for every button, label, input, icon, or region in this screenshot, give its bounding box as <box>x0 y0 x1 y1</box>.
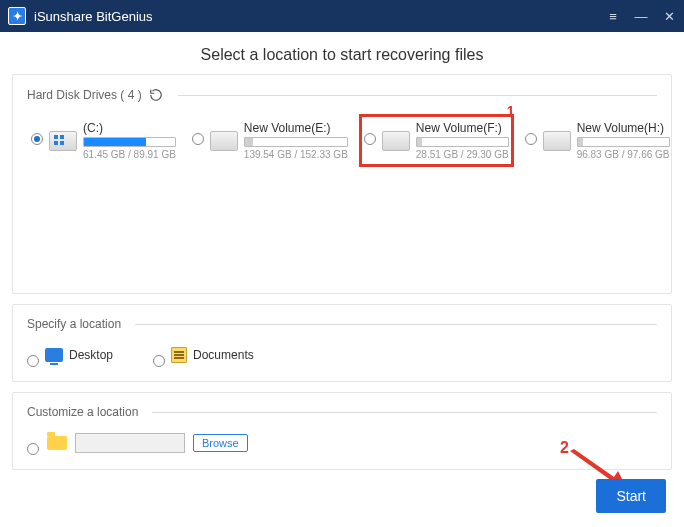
usage-bar <box>416 137 509 147</box>
drive-e[interactable]: New Volume(E:) 139.54 GB / 152.33 GB <box>188 115 352 166</box>
minimize-icon[interactable]: ― <box>634 9 648 23</box>
drives-section-head: Hard Disk Drives ( 4 ) <box>27 87 657 103</box>
specify-panel: Specify a location Desktop Documents <box>12 304 672 382</box>
app-logo-icon: ✦ <box>8 7 26 25</box>
drive-f-radio[interactable] <box>364 133 376 145</box>
specify-section-head: Specify a location <box>27 317 657 331</box>
usage-bar <box>83 137 176 147</box>
drive-size: 139.54 GB / 152.33 GB <box>244 149 348 160</box>
divider <box>178 95 657 96</box>
location-row: Desktop Documents <box>27 343 657 367</box>
location-desktop[interactable]: Desktop <box>27 343 113 367</box>
drive-icon <box>382 131 410 151</box>
drives-section-label: Hard Disk Drives ( 4 ) <box>27 88 142 102</box>
drive-size: 28.51 GB / 29.30 GB <box>416 149 509 160</box>
drive-h-radio[interactable] <box>525 133 537 145</box>
drive-f[interactable]: 1 New Volume(F:) 28.51 GB / 29.30 GB <box>360 115 513 166</box>
window-controls: ≡ ― ✕ <box>606 9 676 23</box>
location-documents[interactable]: Documents <box>153 343 254 367</box>
drives-panel: Hard Disk Drives ( 4 ) (C:) 61.45 GB / 8… <box>12 74 672 294</box>
drive-icon <box>49 131 77 151</box>
documents-radio[interactable] <box>153 355 165 367</box>
usage-bar <box>577 137 670 147</box>
desktop-icon <box>45 348 63 362</box>
customize-panel: Customize a location Browse <box>12 392 672 470</box>
drive-e-radio[interactable] <box>192 133 204 145</box>
drive-c[interactable]: (C:) 61.45 GB / 89.91 GB <box>27 115 180 166</box>
drive-size: 61.45 GB / 89.91 GB <box>83 149 176 160</box>
customize-section-label: Customize a location <box>27 405 138 419</box>
close-icon[interactable]: ✕ <box>662 9 676 23</box>
drive-label: New Volume(F:) <box>416 121 509 135</box>
drive-c-radio[interactable] <box>31 133 43 145</box>
custom-path-radio[interactable] <box>27 443 39 455</box>
drive-info: (C:) 61.45 GB / 89.91 GB <box>83 121 176 160</box>
drive-size: 96.83 GB / 97.66 GB <box>577 149 670 160</box>
browse-button[interactable]: Browse <box>193 434 248 452</box>
drive-label: (C:) <box>83 121 176 135</box>
menu-icon[interactable]: ≡ <box>606 9 620 23</box>
divider <box>135 324 657 325</box>
usage-bar <box>244 137 348 147</box>
desktop-radio[interactable] <box>27 355 39 367</box>
refresh-icon[interactable] <box>148 87 164 103</box>
documents-icon <box>171 347 187 363</box>
drive-icon <box>210 131 238 151</box>
path-input[interactable] <box>75 433 185 453</box>
drive-h[interactable]: New Volume(H:) 96.83 GB / 97.66 GB <box>521 115 674 166</box>
specify-section-label: Specify a location <box>27 317 121 331</box>
drive-info: New Volume(H:) 96.83 GB / 97.66 GB <box>577 121 670 160</box>
drive-label: New Volume(H:) <box>577 121 670 135</box>
desktop-label: Desktop <box>69 348 113 362</box>
drive-label: New Volume(E:) <box>244 121 348 135</box>
documents-label: Documents <box>193 348 254 362</box>
divider <box>152 412 657 413</box>
customize-section-head: Customize a location <box>27 405 657 419</box>
drive-info: New Volume(E:) 139.54 GB / 152.33 GB <box>244 121 348 160</box>
drive-row: (C:) 61.45 GB / 89.91 GB New Volume(E:) … <box>27 115 657 166</box>
annotation-2: 2 <box>560 439 569 457</box>
drive-info: New Volume(F:) 28.51 GB / 29.30 GB <box>416 121 509 160</box>
annotation-1: 1 <box>507 103 515 119</box>
start-button[interactable]: Start <box>596 479 666 513</box>
titlebar: ✦ iSunshare BitGenius ≡ ― ✕ <box>0 0 684 32</box>
page-title: Select a location to start recovering fi… <box>0 32 684 74</box>
drive-icon <box>543 131 571 151</box>
app-title: iSunshare BitGenius <box>34 9 606 24</box>
folder-icon <box>47 436 67 450</box>
